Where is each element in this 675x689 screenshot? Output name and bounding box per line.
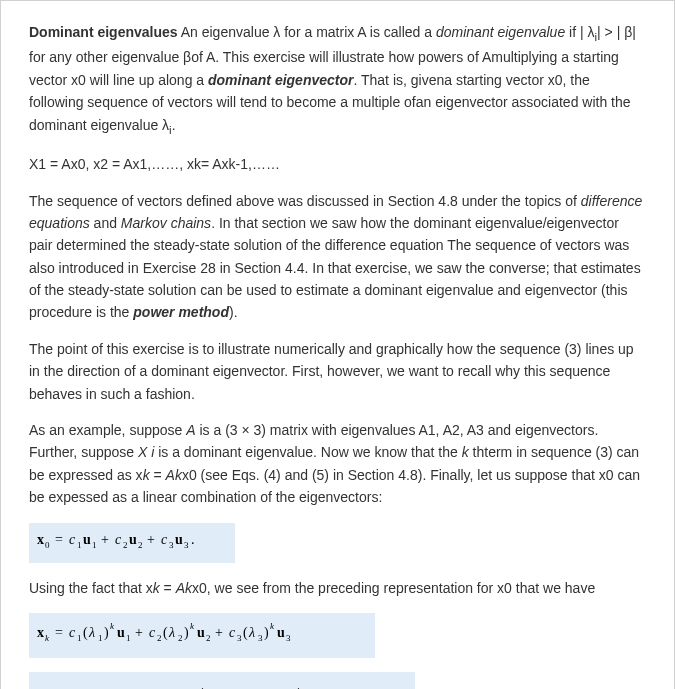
- math-svg: x k = c 1 λ k 1 ( u 1 + c 2 c 1 ( λ 2 λ …: [37, 678, 407, 689]
- svg-text:2: 2: [138, 540, 143, 550]
- svg-text:x: x: [37, 532, 44, 547]
- term-markov-chains: Markov chains: [121, 215, 211, 231]
- term-power-method: power method: [133, 304, 229, 320]
- svg-text:(: (: [101, 683, 112, 689]
- svg-text:2: 2: [178, 633, 183, 643]
- svg-text:c: c: [229, 625, 236, 640]
- equation-x0-combination: x 0 = c 1 u 1 + c 2 u 2 + c 3 u 3 .: [29, 523, 235, 563]
- svg-text:=: =: [55, 625, 63, 640]
- svg-text:1: 1: [126, 633, 131, 643]
- svg-text:u: u: [129, 532, 137, 547]
- var-Ak: Ak: [166, 467, 182, 483]
- text: if | λ: [565, 24, 594, 40]
- svg-text:λ: λ: [168, 625, 175, 640]
- svg-text:+: +: [135, 625, 143, 640]
- svg-text:c: c: [69, 625, 76, 640]
- svg-text:1: 1: [77, 633, 82, 643]
- equation-xk-expanded: x k = c 1 ( λ 1 ) k u 1 + c 2 ( λ 2 ) k …: [29, 613, 375, 657]
- svg-text:1: 1: [98, 633, 103, 643]
- svg-text:3: 3: [184, 540, 189, 550]
- svg-text:x: x: [37, 625, 44, 640]
- svg-text:c: c: [69, 532, 76, 547]
- svg-text:λ: λ: [88, 625, 95, 640]
- svg-text:2: 2: [123, 540, 128, 550]
- svg-text:3: 3: [286, 633, 291, 643]
- svg-text:+: +: [215, 625, 223, 640]
- text: ).: [229, 304, 238, 320]
- sequence-line: X1 = Ax0, x2 = Ax1,……, xk= Axk-1,……: [29, 153, 646, 175]
- svg-text:(: (: [243, 625, 248, 641]
- text: An eigenvalue λ for a matrix A is called…: [178, 24, 436, 40]
- var-k: k: [153, 580, 160, 596]
- svg-text:0: 0: [45, 540, 50, 550]
- term-dominant-eigenvector: dominant eigenvector: [208, 72, 353, 88]
- svg-text:k: k: [45, 633, 50, 643]
- svg-text:=: =: [55, 532, 63, 547]
- svg-text:+: +: [147, 532, 155, 547]
- paragraph-example: As an example, suppose A is a (3 × 3) ma…: [29, 419, 646, 509]
- svg-text:u: u: [175, 532, 183, 547]
- text: x0, we see from the preceding representa…: [192, 580, 595, 596]
- svg-text:c: c: [149, 625, 156, 640]
- math-svg: x 0 = c 1 u 1 + c 2 u 2 + c 3 u 3 .: [37, 529, 227, 551]
- var-Xi: X i: [138, 444, 154, 460]
- equation-xk-factored: x k = c 1 λ k 1 ( u 1 + c 2 c 1 ( λ 2 λ …: [29, 672, 415, 689]
- svg-text:u: u: [197, 625, 205, 640]
- text: =: [160, 580, 176, 596]
- svg-text:k: k: [190, 621, 195, 631]
- svg-text:+: +: [101, 532, 109, 547]
- svg-text:1: 1: [92, 540, 97, 550]
- text: The sequence of vectors defined above wa…: [29, 193, 581, 209]
- svg-text:): ): [264, 625, 269, 641]
- math-svg: x k = c 1 ( λ 1 ) k u 1 + c 2 ( λ 2 ) k …: [37, 619, 367, 645]
- svg-text:2: 2: [206, 633, 211, 643]
- text: is a dominant eigenvalue. Now we know th…: [154, 444, 461, 460]
- paragraph-section-ref: The sequence of vectors defined above wa…: [29, 190, 646, 324]
- term-dominant-eigenvalue: dominant eigenvalue: [436, 24, 565, 40]
- var-A: A: [186, 422, 195, 438]
- svg-text:3: 3: [258, 633, 263, 643]
- svg-text:(: (: [83, 625, 88, 641]
- svg-text:): ): [184, 625, 189, 641]
- svg-text:c: c: [115, 532, 122, 547]
- paragraph-intro: Dominant eigenvalues An eigenvalue λ for…: [29, 21, 646, 139]
- svg-text:u: u: [117, 625, 125, 640]
- svg-text:3: 3: [237, 633, 242, 643]
- text: Using the fact that x: [29, 580, 153, 596]
- lead-bold: Dominant eigenvalues: [29, 24, 178, 40]
- var-k2: k: [143, 467, 150, 483]
- svg-text:k: k: [110, 621, 115, 631]
- svg-text:2: 2: [157, 633, 162, 643]
- text: =: [150, 467, 166, 483]
- svg-text:c: c: [161, 532, 168, 547]
- document-page: Dominant eigenvalues An eigenvalue λ for…: [0, 0, 675, 689]
- paragraph-purpose: The point of this exercise is to illustr…: [29, 338, 646, 405]
- svg-text:u: u: [83, 532, 91, 547]
- svg-text:u: u: [277, 625, 285, 640]
- text: .: [172, 117, 176, 133]
- svg-text:1: 1: [77, 540, 82, 550]
- svg-text:(: (: [163, 625, 168, 641]
- svg-text:λ: λ: [248, 625, 255, 640]
- text: As an example, suppose: [29, 422, 186, 438]
- svg-text:): ): [104, 625, 109, 641]
- var-Ak: Ak: [176, 580, 192, 596]
- svg-text:): ): [323, 683, 334, 689]
- svg-text:k: k: [270, 621, 275, 631]
- text: and: [90, 215, 121, 231]
- var-k: k: [462, 444, 469, 460]
- paragraph-using-fact: Using the fact that xk = Akx0, we see fr…: [29, 577, 646, 599]
- svg-text:.: .: [191, 532, 195, 547]
- svg-text:3: 3: [169, 540, 174, 550]
